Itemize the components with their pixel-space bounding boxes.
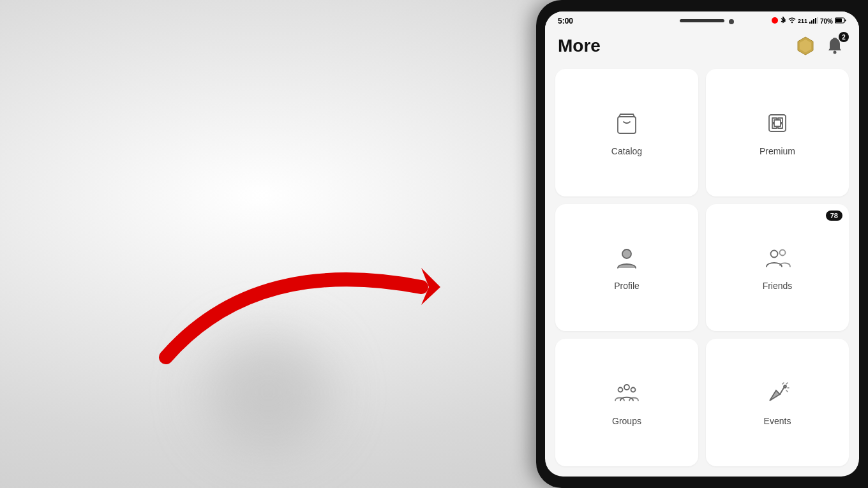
speaker [680, 19, 724, 22]
friends-cell[interactable]: 78 Friends [706, 204, 849, 332]
catalog-icon [613, 109, 641, 140]
header-icons: 2 [794, 34, 846, 57]
events-cell[interactable]: Events [706, 339, 849, 466]
svg-rect-7 [817, 17, 818, 24]
svg-point-27 [631, 388, 636, 392]
catalog-label: Catalog [611, 146, 642, 156]
premium-label: Premium [760, 146, 795, 156]
phone-screen: 5:00 211 70% [545, 11, 859, 477]
svg-point-1 [772, 17, 778, 24]
phone-frame: 5:00 211 70% [536, 0, 868, 488]
svg-rect-15 [618, 117, 636, 133]
status-time: 5:00 [558, 17, 573, 26]
svg-point-22 [622, 249, 631, 258]
battery-icon [835, 17, 846, 25]
profile-label: Profile [614, 281, 640, 291]
profile-icon [613, 244, 641, 274]
svg-point-2 [791, 22, 793, 23]
notification-button[interactable]: 2 [823, 34, 846, 57]
groups-cell[interactable]: Groups [555, 339, 698, 466]
background-blob [204, 335, 332, 450]
svg-point-13 [834, 51, 837, 54]
battery-percent: 70% [820, 18, 833, 25]
svg-rect-21 [774, 120, 781, 126]
svg-rect-6 [815, 18, 816, 24]
svg-point-23 [771, 251, 778, 258]
svg-rect-5 [813, 19, 814, 24]
menu-grid: Catalog Premium [545, 64, 859, 477]
camera [729, 19, 734, 24]
svg-rect-9 [835, 18, 842, 22]
signal-icon [809, 17, 818, 25]
events-label: Events [764, 416, 791, 426]
svg-point-25 [624, 385, 629, 390]
data-speed: 211 [798, 18, 807, 24]
status-icons: 211 70% [772, 17, 846, 26]
premium-cell[interactable]: Premium [706, 69, 849, 196]
svg-point-26 [618, 388, 623, 392]
app-header: More 2 [545, 28, 859, 64]
events-icon [763, 379, 791, 410]
friends-badge: 78 [826, 211, 842, 221]
profile-cell[interactable]: Profile [555, 204, 698, 332]
status-dot [772, 17, 778, 25]
page-title: More [558, 36, 601, 56]
svg-rect-14 [833, 38, 837, 40]
svg-point-24 [780, 250, 786, 256]
premium-icon [763, 109, 791, 140]
coin-button[interactable] [794, 34, 817, 57]
svg-rect-4 [811, 20, 812, 24]
svg-rect-3 [809, 22, 811, 24]
catalog-cell[interactable]: Catalog [555, 69, 698, 196]
svg-point-28 [784, 385, 786, 388]
friends-icon [763, 244, 791, 274]
bluetooth-icon [780, 17, 786, 26]
svg-rect-10 [845, 20, 846, 22]
groups-label: Groups [612, 416, 641, 426]
notification-badge: 2 [839, 32, 849, 42]
groups-icon [613, 379, 641, 410]
friends-label: Friends [763, 281, 793, 291]
wifi-icon [788, 17, 796, 25]
